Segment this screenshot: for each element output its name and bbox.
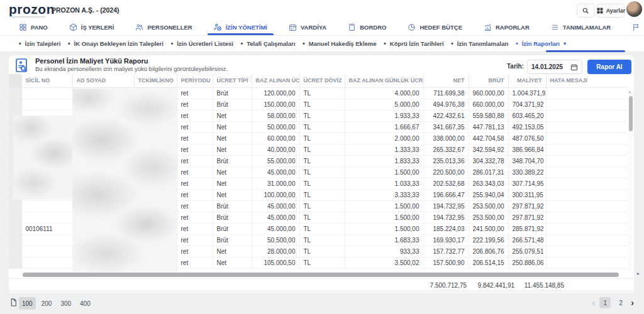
export-document-icon[interactable] — [9, 298, 18, 306]
row-handle[interactable] — [9, 200, 21, 212]
cell-ad — [72, 212, 134, 223]
row-handle[interactable] — [9, 155, 21, 166]
report-table: SİCİL NOAD SOYADTCKİMLİKNOPERİYODUÜCRET … — [9, 74, 627, 269]
cell-net: 185.224,03 — [423, 223, 469, 234]
cell-net: 220.500,00 — [423, 166, 469, 178]
subnav-item-7[interactable]: •İzin Tanımlamaları — [451, 36, 508, 51]
cell-tip: Net — [213, 246, 252, 257]
page-button-2[interactable]: 2 — [615, 297, 626, 308]
vertical-scrollbar-thumb[interactable] — [629, 96, 633, 131]
row-handle[interactable] — [9, 166, 21, 178]
table-row[interactable]: retBrüt45.000,00TL1.500,00194.732,95253.… — [9, 200, 627, 212]
cell-tc — [134, 99, 177, 110]
cell-maliyet: 300.311,95 — [508, 189, 546, 200]
row-handle[interactable] — [9, 246, 21, 257]
next-page-icon[interactable]: › — [631, 298, 634, 307]
page-size-100[interactable]: 100 — [19, 297, 36, 310]
row-handle[interactable] — [9, 99, 21, 110]
cell-gunluk: 1.500,00 — [345, 166, 423, 178]
cell-hata — [546, 166, 627, 178]
cell-doviz: TL — [299, 166, 345, 178]
row-handle[interactable] — [9, 110, 21, 121]
cell-baz: 40.000,00 — [252, 144, 299, 155]
table-row[interactable]: retNet58.000,00TL1.933,33422.432,61559.5… — [9, 110, 627, 121]
search-button[interactable] — [577, 4, 594, 18]
table-row[interactable]: retNet40.000,00TL1.333,33265.332,67342.5… — [9, 144, 627, 155]
subnav-item-4[interactable]: •Telafi Çalışmaları — [241, 36, 296, 51]
page-title: Personel İzin Maliyet Yükü Raporu — [35, 57, 148, 65]
subnav-item-6[interactable]: •Köprü İzin Tarihleri — [384, 36, 443, 51]
nav-tab-8[interactable]: RAPORLAR — [484, 19, 530, 35]
flag-icon — [632, 23, 640, 31]
cell-sicil — [21, 234, 72, 246]
row-handle[interactable] — [9, 223, 21, 234]
page-size-200[interactable]: 200 — [38, 297, 55, 310]
nav-tab-2[interactable]: İŞ YERLERİ — [69, 19, 114, 35]
nav-tab-10[interactable]: YÖNETİM — [632, 19, 644, 35]
settings-button[interactable]: Ayarlar — [597, 4, 625, 18]
table-row[interactable]: retNet50.000,00TL1.666,67341.667,35447.7… — [9, 121, 627, 133]
subnav-item-1[interactable]: •İzin Talepleri — [19, 36, 60, 51]
row-handle[interactable] — [9, 87, 21, 99]
table-row[interactable]: retBrüt45.000,00TL1.500,00194.732,95253.… — [9, 212, 627, 223]
subnav-item-2[interactable]: •İK Onayı Bekleyen İzin Talepleri — [68, 36, 164, 51]
nav-tab-4[interactable]: İZİN YÖNETİMİ — [214, 19, 267, 35]
row-handle[interactable] — [9, 189, 21, 200]
cell-hata — [546, 200, 627, 212]
horizontal-scrollbar-thumb[interactable] — [23, 273, 619, 277]
nav-tab-1[interactable]: PANO — [19, 19, 48, 35]
cell-gunluk: 933,33 — [345, 246, 423, 257]
row-handle[interactable] — [9, 234, 21, 246]
cell-baz: 60.000,00 — [252, 133, 299, 144]
page-size-300[interactable]: 300 — [57, 297, 74, 310]
nav-tab-6[interactable]: BORDRO — [348, 19, 386, 35]
row-handle[interactable] — [9, 133, 21, 144]
row-handle[interactable] — [9, 212, 21, 223]
table-row[interactable]: retNet45.000,00TL1.500,00220.500,00286.0… — [9, 166, 627, 178]
cell-tc — [134, 110, 177, 121]
cell-ad — [72, 178, 134, 189]
cell-tip: Net — [213, 257, 252, 268]
subnav-item-8[interactable]: •İzin Raporları▾ — [516, 36, 566, 51]
table-row[interactable]: retNet105.000,50TL3.500,02157.500,90206.… — [9, 257, 627, 268]
row-handle[interactable] — [9, 121, 21, 133]
date-input[interactable]: 14.01.2025 — [527, 60, 582, 74]
cell-doviz: TL — [299, 234, 345, 246]
table-row[interactable]: 00106111retBrüt45.000,00TL1.500,00185.22… — [9, 223, 627, 234]
cell-sicil — [21, 99, 72, 110]
prev-page-icon[interactable]: ‹ — [592, 298, 596, 307]
user-avatar[interactable] — [626, 1, 642, 17]
nav-tab-5[interactable]: VARDİYA — [289, 19, 326, 35]
subnav-item-5[interactable]: •Manuel Hakediş Ekleme — [303, 36, 376, 51]
table-row[interactable]: retBrüt55.000,00TL1.833,33235.013,36304.… — [9, 155, 627, 166]
cell-maliyet: 250.886,06 — [508, 257, 546, 268]
table-row[interactable]: retNet60.000,00TL2.000,00338.000,00442.7… — [9, 133, 627, 144]
row-handle[interactable] — [9, 178, 21, 189]
scroll-up-arrow[interactable]: ▴ — [629, 89, 631, 94]
table-row[interactable]: retBrüt150.000,00TL5.000,00494.976,38660… — [9, 99, 627, 110]
cell-periyodu: ret — [177, 99, 213, 110]
table-row[interactable]: retBrüt50.500,00TL1.683,33169.930,17222.… — [9, 234, 627, 246]
nav-tab-3[interactable]: PERSONELLER — [135, 19, 192, 35]
table-row[interactable]: retNet100.000,00TL3.333,33196.666,47255.… — [9, 189, 627, 200]
page-size-400[interactable]: 400 — [77, 297, 94, 310]
nav-tab-9[interactable]: TANIMLAMALAR — [551, 19, 611, 35]
row-handle[interactable] — [9, 144, 21, 155]
table-row[interactable]: retNet31.000,00TL1.033,33202.532,68263.3… — [9, 178, 627, 189]
column-header-9: NET — [423, 74, 469, 87]
column-header-12: HATA MESAJI — [546, 74, 627, 87]
page-button-1[interactable]: 1 — [599, 297, 611, 308]
get-report-button[interactable]: Rapor Al — [587, 60, 631, 74]
nav-tab-7[interactable]: HEDEF BÜTÇE — [408, 19, 462, 35]
row-handle[interactable] — [9, 257, 21, 268]
table-row[interactable]: retNet28.000,00TL933,33157.732,77206.806… — [9, 246, 627, 257]
cell-hata — [546, 144, 627, 155]
table-row[interactable]: retBrüt120.000,00TL4.000,00711.699,38960… — [9, 87, 627, 99]
cell-doviz: TL — [299, 178, 345, 189]
calendar-icon[interactable] — [570, 63, 578, 71]
cell-brut: 342.594,92 — [469, 144, 508, 155]
nav-tab-label: İZİN YÖNETİMİ — [226, 24, 267, 31]
subnav-item-3[interactable]: •İzin Ücretleri Listesi — [171, 36, 233, 51]
scroll-right-arrow[interactable]: ▸ — [637, 271, 640, 276]
cell-tc — [134, 223, 177, 234]
